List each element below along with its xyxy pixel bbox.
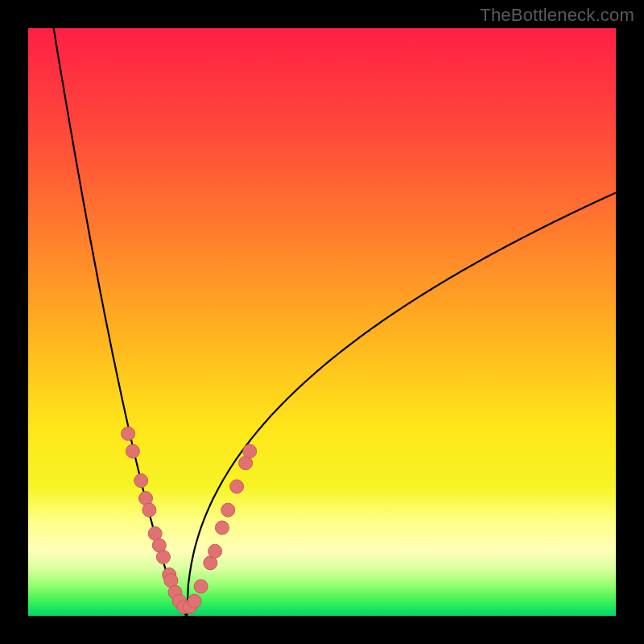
highlight-marker xyxy=(156,551,170,564)
highlight-marker xyxy=(221,503,235,517)
highlight-marker xyxy=(126,444,139,458)
highlight-marker xyxy=(230,480,244,493)
highlight-marker xyxy=(243,444,257,458)
highlight-marker xyxy=(215,521,229,535)
chart-overlay xyxy=(28,28,616,616)
highlight-marker xyxy=(188,594,201,608)
highlight-marker xyxy=(134,474,148,488)
highlight-marker xyxy=(194,580,208,593)
plot-area xyxy=(28,28,616,616)
bottleneck-curve xyxy=(52,28,616,616)
chart-frame: TheBottleneck.com xyxy=(0,0,644,644)
highlight-marker xyxy=(142,503,156,517)
watermark-text: TheBottleneck.com xyxy=(480,5,634,26)
highlight-marker xyxy=(208,544,222,558)
highlight-marker xyxy=(122,427,135,440)
